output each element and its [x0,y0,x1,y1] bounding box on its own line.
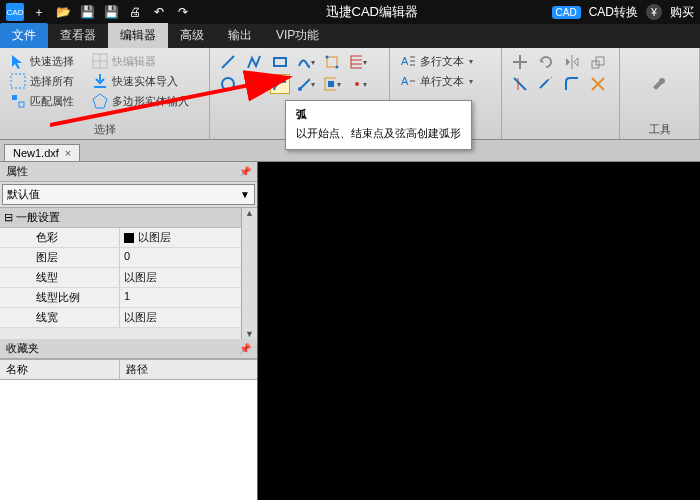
buy-link[interactable]: 购买 [670,4,694,21]
app-title: 迅捷CAD编辑器 [192,3,552,21]
select-all-button[interactable]: 选择所有 [8,72,76,90]
line-button[interactable] [218,52,238,72]
stext-button[interactable]: A单行文本▾ [398,72,493,90]
yen-icon: ¥ [646,4,662,20]
mirror-button[interactable] [562,52,582,72]
prop-row-ltscale[interactable]: 线型比例1 [0,288,257,308]
wrench-icon [651,77,669,95]
svg-point-22 [355,82,359,86]
match-props-button[interactable]: 匹配属性 [8,92,76,110]
tooltip-body: 以开始点、结束点及弦高创建弧形 [296,126,461,141]
svg-line-8 [222,56,234,68]
svg-point-17 [248,80,260,88]
properties-title: 属性 [6,164,28,179]
svg-line-18 [300,79,310,89]
close-tab-icon[interactable]: × [65,147,71,159]
polygon-icon [92,93,108,109]
quick-editor-button: 快编辑器 [90,52,158,70]
mtext-icon: A [400,53,416,69]
ellipse-button[interactable] [244,74,264,94]
col-name[interactable]: 名称 [0,360,120,379]
ribbon-group-tools: 工具 [620,48,700,139]
favorites-header: 收藏夹 📌 [0,339,257,359]
rotate-button[interactable] [536,52,556,72]
polyline-button[interactable] [244,52,264,72]
hatch-icon [349,54,362,70]
tab-editor[interactable]: 编辑器 [108,23,168,48]
svg-rect-9 [274,58,286,66]
tooltip-title: 弧 [296,107,461,122]
group-label-modify [510,123,611,137]
svg-point-11 [326,56,329,59]
polygon-solid-input-button[interactable]: 多边形实体输入 [90,92,191,110]
point-button[interactable]: ▾ [348,74,368,94]
import-icon [92,73,108,89]
tab-advanced[interactable]: 高级 [168,23,216,48]
extend-button[interactable] [536,74,556,94]
undo-icon[interactable]: ↶ [150,3,168,21]
redo-icon[interactable]: ↷ [174,3,192,21]
print-icon[interactable]: 🖨 [126,3,144,21]
arc-button[interactable] [270,74,290,94]
default-combo[interactable]: 默认值 ▼ [2,184,255,205]
fillet-button[interactable] [562,74,582,94]
svg-rect-3 [11,74,25,88]
tab-output[interactable]: 输出 [216,23,264,48]
mirror-icon [564,54,580,70]
cad-convert-link[interactable]: CAD转换 [589,4,638,21]
document-tab-label: New1.dxf [13,147,59,159]
quick-select-button[interactable]: 快速选择 [8,52,76,70]
trim-button[interactable] [510,74,530,94]
tab-vip[interactable]: VIP功能 [264,23,331,48]
save-icon[interactable]: 💾 [78,3,96,21]
svg-text:A: A [401,55,409,67]
drawing-canvas[interactable] [258,162,700,500]
circle-button[interactable] [218,74,238,94]
stext-icon: A [400,73,416,89]
pin-icon[interactable]: 📌 [239,343,251,354]
block-icon [323,76,336,92]
tab-file[interactable]: 文件 [0,23,48,48]
default-combo-label: 默认值 [7,187,40,202]
document-tab[interactable]: New1.dxf × [4,144,80,161]
chevron-down-icon: ▼ [240,189,250,200]
scale-icon [590,54,606,70]
color-swatch-icon [124,233,134,243]
explode-button[interactable] [588,74,608,94]
title-right: CAD CAD转换 ¥ 购买 [552,4,694,21]
hatch-button[interactable]: ▾ [348,52,368,72]
pin-icon[interactable]: 📌 [239,166,251,177]
col-path[interactable]: 路径 [120,360,154,379]
move-button[interactable] [510,52,530,72]
prop-row-lweight[interactable]: 线宽以图层 [0,308,257,328]
block-button[interactable]: ▾ [322,74,342,94]
tab-viewer[interactable]: 查看器 [48,23,108,48]
match-icon [10,93,26,109]
prop-row-color[interactable]: 色彩以图层 [0,228,257,248]
prop-section[interactable]: ⊟ 一般设置 [0,208,257,228]
rect-button[interactable] [270,52,290,72]
open-icon[interactable]: 📂 [54,3,72,21]
prop-row-linetype[interactable]: 线型以图层 [0,268,257,288]
scale-button[interactable] [588,52,608,72]
svg-rect-5 [12,95,17,100]
side-panel: 属性 📌 默认值 ▼ ⊟ 一般设置 色彩以图层 图层0 线型以图层 线型比例1 … [0,162,258,500]
extend-icon [538,76,554,92]
region-button[interactable] [322,52,342,72]
cursor-icon [10,53,26,69]
tools-button[interactable] [644,70,676,102]
prop-row-layer[interactable]: 图层0 [0,248,257,268]
rect-icon [272,54,288,70]
new-icon[interactable]: ＋ [30,3,48,21]
svg-rect-21 [328,81,334,87]
svg-line-35 [540,80,548,88]
svg-text:A: A [401,75,409,87]
saveall-icon[interactable]: 💾 [102,3,120,21]
spline-button[interactable]: ▾ [296,52,316,72]
ray-button[interactable]: ▾ [296,74,316,94]
select-all-icon [10,73,26,89]
scrollbar[interactable]: ▲▼ [241,208,257,339]
quick-solid-import-button[interactable]: 快速实体导入 [90,72,180,90]
mtext-button[interactable]: A多行文本▾ [398,52,493,70]
svg-point-19 [298,87,302,91]
